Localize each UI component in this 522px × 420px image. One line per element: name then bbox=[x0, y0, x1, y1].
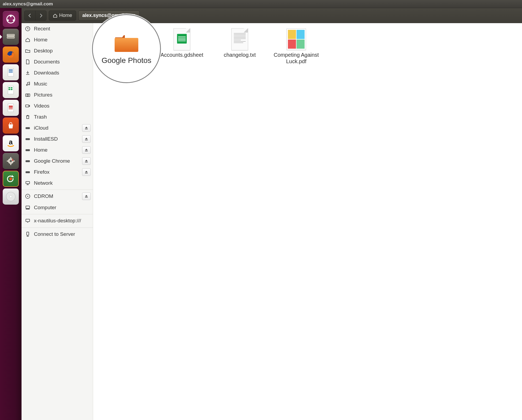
desktop-icon bbox=[25, 218, 31, 224]
trash-icon bbox=[25, 114, 31, 120]
eject-button[interactable] bbox=[82, 146, 91, 154]
software-updater-icon[interactable] bbox=[3, 171, 19, 187]
place-music[interactable]: Music bbox=[22, 78, 93, 89]
place-nautilus-desktop[interactable]: x-nautilus-desktop:/// bbox=[22, 214, 93, 226]
place-label: Recent bbox=[34, 26, 50, 32]
place-google-chrome[interactable]: Google Chrome bbox=[22, 155, 93, 166]
highlight-callout: Google Photos bbox=[92, 14, 161, 83]
svg-rect-24 bbox=[10, 157, 11, 159]
svg-rect-25 bbox=[10, 163, 11, 165]
place-label: Connect to Server bbox=[34, 231, 75, 237]
server-icon bbox=[25, 231, 31, 237]
svg-point-42 bbox=[27, 196, 28, 197]
chevron-left-icon bbox=[28, 13, 32, 18]
writer-icon[interactable] bbox=[3, 64, 19, 80]
disc-icon[interactable] bbox=[3, 188, 19, 205]
place-home[interactable]: Home bbox=[22, 34, 93, 45]
pdf-thumbnail-icon bbox=[284, 29, 308, 50]
eject-button[interactable] bbox=[82, 124, 91, 132]
place-videos[interactable]: Videos bbox=[22, 100, 93, 111]
place-icloud[interactable]: iCloud bbox=[22, 122, 93, 133]
place-label: Videos bbox=[34, 103, 50, 109]
place-label: Documents bbox=[34, 59, 60, 65]
svg-point-30 bbox=[10, 195, 12, 198]
impress-icon[interactable] bbox=[3, 100, 19, 116]
home-icon bbox=[25, 37, 31, 43]
svg-rect-45 bbox=[26, 219, 30, 222]
computer-icon bbox=[25, 205, 31, 211]
place-label: x-nautilus-desktop:/// bbox=[34, 218, 81, 224]
file-label: Competing Against Luck.pdf bbox=[274, 52, 319, 65]
files-icon[interactable] bbox=[3, 29, 19, 45]
svg-rect-35 bbox=[26, 127, 30, 129]
window-title: alex.syncs@gmail.com bbox=[3, 1, 53, 7]
calc-icon[interactable] bbox=[3, 82, 19, 98]
svg-point-2 bbox=[13, 19, 14, 21]
place-desktop[interactable]: Desktop bbox=[22, 45, 93, 56]
place-label: Desktop bbox=[34, 48, 53, 54]
network-icon bbox=[25, 180, 31, 186]
svg-rect-11 bbox=[9, 71, 13, 72]
svg-rect-7 bbox=[7, 37, 14, 38]
place-firefox-drive[interactable]: Firefox bbox=[22, 166, 93, 177]
drive-icon bbox=[25, 147, 31, 153]
document-icon bbox=[25, 59, 31, 65]
crumb-home[interactable]: Home bbox=[49, 10, 76, 21]
drive-icon bbox=[25, 136, 31, 142]
place-documents[interactable]: Documents bbox=[22, 56, 93, 67]
place-computer[interactable]: Computer bbox=[22, 202, 93, 213]
place-label: Home bbox=[34, 147, 48, 153]
software-center-icon[interactable] bbox=[3, 118, 19, 134]
svg-rect-16 bbox=[9, 89, 10, 90]
svg-rect-36 bbox=[26, 138, 30, 140]
svg-rect-38 bbox=[26, 160, 30, 162]
file-accounts-gdsheet[interactable]: Accounts.gdsheet bbox=[154, 29, 210, 58]
firefox-icon[interactable] bbox=[3, 47, 19, 63]
place-network[interactable]: Network bbox=[22, 177, 93, 188]
eject-button[interactable] bbox=[82, 157, 91, 165]
place-home-drive[interactable]: Home bbox=[22, 144, 93, 155]
dash-icon[interactable] bbox=[3, 11, 19, 27]
place-label: InstallESD bbox=[34, 136, 58, 142]
svg-point-3 bbox=[7, 19, 9, 21]
eject-button[interactable] bbox=[82, 193, 91, 200]
place-label: Network bbox=[34, 180, 53, 186]
window-titlebar: alex.syncs@gmail.com bbox=[0, 0, 328, 8]
crumb-home-label: Home bbox=[59, 13, 72, 18]
forward-button[interactable] bbox=[35, 11, 46, 20]
place-downloads[interactable]: Downloads bbox=[22, 67, 93, 78]
spreadsheet-icon bbox=[170, 29, 194, 50]
place-trash[interactable]: Trash bbox=[22, 111, 93, 122]
svg-rect-37 bbox=[26, 149, 30, 151]
svg-rect-46 bbox=[27, 232, 29, 235]
place-installesd[interactable]: InstallESD bbox=[22, 133, 93, 144]
drive-icon bbox=[25, 169, 31, 175]
place-connect-server[interactable]: Connect to Server bbox=[22, 227, 93, 240]
svg-rect-43 bbox=[26, 206, 30, 208]
svg-point-1 bbox=[10, 15, 12, 17]
place-cdrom[interactable]: CDROM bbox=[22, 190, 93, 202]
eject-button[interactable] bbox=[82, 168, 91, 176]
clock-icon bbox=[25, 26, 31, 32]
home-icon bbox=[53, 13, 58, 18]
download-icon bbox=[25, 70, 31, 76]
drive-icon bbox=[25, 125, 31, 131]
place-label: Trash bbox=[34, 114, 47, 120]
svg-rect-6 bbox=[7, 35, 14, 35]
svg-rect-12 bbox=[9, 72, 13, 73]
back-button[interactable] bbox=[24, 11, 35, 20]
file-competing-pdf[interactable]: Competing Against Luck.pdf bbox=[268, 29, 325, 65]
folder-icon bbox=[25, 48, 31, 54]
place-recent[interactable]: Recent bbox=[22, 23, 93, 34]
place-label: Google Chrome bbox=[34, 158, 70, 164]
place-label: Firefox bbox=[34, 169, 50, 175]
svg-rect-20 bbox=[9, 108, 13, 109]
place-label: Home bbox=[34, 37, 48, 43]
cd-icon bbox=[25, 193, 31, 199]
file-changelog-txt[interactable]: changelog.txt bbox=[211, 29, 268, 58]
amazon-icon[interactable]: a bbox=[3, 135, 19, 151]
settings-icon[interactable] bbox=[3, 153, 19, 169]
place-pictures[interactable]: Pictures bbox=[22, 89, 93, 100]
svg-rect-15 bbox=[11, 87, 12, 88]
eject-button[interactable] bbox=[82, 135, 91, 143]
